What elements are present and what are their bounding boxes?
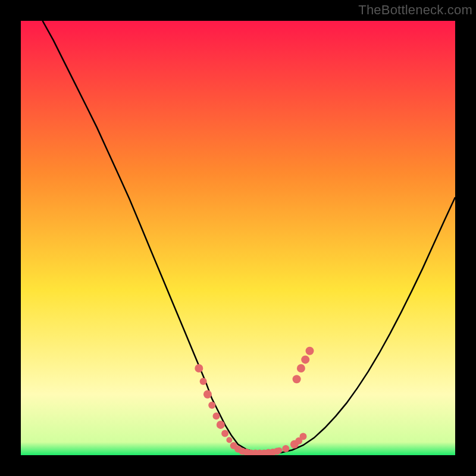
gradient-background (21, 21, 455, 455)
data-marker (300, 433, 307, 440)
chart-svg (21, 21, 455, 455)
data-marker (213, 412, 220, 419)
data-marker (293, 375, 301, 383)
data-marker (297, 364, 305, 372)
data-marker (200, 378, 207, 385)
data-marker (226, 437, 232, 443)
plot-area (21, 21, 455, 455)
data-marker (301, 355, 309, 364)
data-marker (221, 430, 228, 437)
data-marker (208, 402, 215, 409)
data-marker (276, 447, 282, 453)
data-marker (195, 364, 203, 372)
data-marker (282, 445, 289, 452)
data-marker (203, 390, 212, 399)
chart-frame: TheBottleneck.com (0, 0, 476, 476)
data-marker (306, 347, 314, 355)
data-marker (217, 421, 225, 429)
watermark-text: TheBottleneck.com (358, 2, 472, 18)
